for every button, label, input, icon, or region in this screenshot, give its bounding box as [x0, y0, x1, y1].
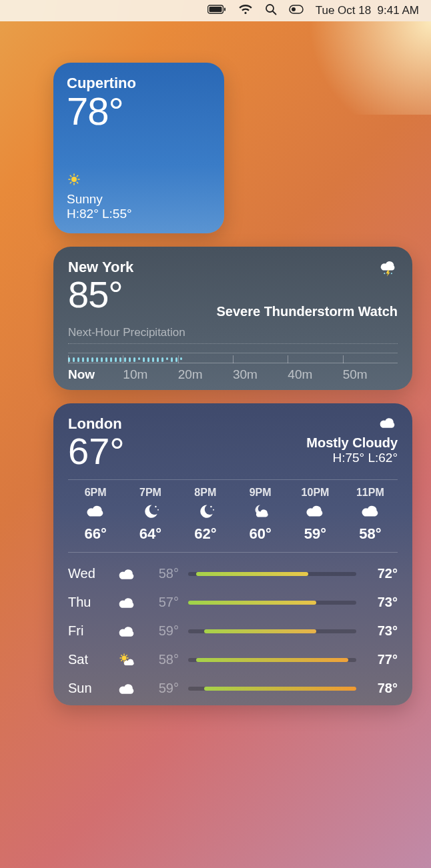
sun-icon [67, 172, 81, 189]
battery-icon [207, 4, 226, 17]
daily-row: Thu57°73° [68, 588, 398, 617]
cloud-icon [378, 415, 398, 433]
divider [68, 552, 398, 553]
hour-temp: 58° [359, 525, 381, 543]
thunderstorm-icon [378, 259, 398, 280]
day-high: 78° [366, 681, 398, 696]
daily-forecast: Wed58°72°Thu57°73°Fri59°73°Sat58°77°Sun5… [68, 559, 398, 703]
hourly-item: 8PM62° [178, 487, 233, 543]
hourly-item: 7PM64° [123, 487, 177, 543]
day-name: Sun [68, 681, 111, 696]
night-clear-icon [195, 503, 216, 521]
spotlight-icon[interactable] [265, 3, 277, 19]
menu-bar-clock[interactable]: Tue Oct 18 9:41 AM [316, 4, 419, 17]
day-high: 77° [366, 652, 398, 667]
cloud-icon [111, 595, 143, 610]
hour-label: 6PM [85, 487, 107, 499]
precipitation-label: Next-Hour Precipitation [68, 326, 398, 339]
hour-label: 11PM [356, 487, 384, 499]
current-temperature: 78° [67, 92, 211, 131]
temp-range-bar [188, 601, 356, 605]
condition-text: Mostly Cloudy [306, 435, 398, 451]
timescale-tick: 20m [178, 367, 233, 382]
control-center-icon[interactable] [289, 4, 304, 17]
hourly-forecast: 6PM66°7PM64°8PM62°9PM60°10PM59°11PM58° [68, 487, 398, 543]
day-name: Thu [68, 595, 111, 610]
wifi-icon[interactable] [238, 4, 253, 18]
hour-temp: 66° [85, 525, 107, 543]
temp-range-bar [188, 687, 356, 691]
day-low: 57° [143, 595, 179, 610]
hour-temp: 62° [194, 525, 216, 543]
svg-point-28 [292, 7, 296, 11]
day-low: 59° [143, 623, 179, 639]
temp-range-bar [188, 572, 356, 576]
hour-temp: 60° [250, 525, 272, 543]
daily-row: Sat58°77° [68, 645, 398, 674]
day-low: 58° [143, 566, 179, 581]
temp-range-bar [188, 629, 356, 633]
svg-rect-23 [209, 7, 222, 12]
current-temperature: 85° [68, 276, 133, 313]
weather-widget-cupertino[interactable]: Cupertino 78° Sunny H:82° L:55° [53, 63, 224, 233]
night-cloud-icon [250, 503, 270, 521]
precipitation-chart [68, 343, 398, 363]
hour-label: 9PM [250, 487, 272, 499]
divider [68, 479, 398, 480]
day-high: 72° [366, 566, 398, 581]
hour-label: 7PM [139, 487, 161, 499]
timescale-tick: 10m [123, 367, 177, 382]
day-high: 73° [366, 595, 398, 610]
condition-text: Sunny [67, 192, 211, 207]
status-icons [207, 3, 304, 19]
day-low: 58° [143, 652, 179, 667]
hour-label: 10PM [302, 487, 330, 499]
cloud-icon [111, 681, 143, 696]
hour-label: 8PM [194, 487, 216, 499]
hourly-item: 11PM58° [343, 487, 398, 543]
day-name: Sat [68, 652, 111, 667]
hourly-item: 10PM59° [288, 487, 342, 543]
day-name: Fri [68, 623, 111, 639]
menu-bar: Tue Oct 18 9:41 AM [0, 0, 431, 21]
night-clear-icon [140, 503, 160, 521]
daily-row: Wed58°72° [68, 559, 398, 588]
cloud-icon [85, 503, 105, 521]
svg-rect-24 [224, 8, 226, 11]
cloud-icon [111, 624, 143, 639]
hour-temp: 59° [304, 525, 326, 543]
day-name: Wed [68, 566, 111, 581]
timescale-tick: 50m [343, 367, 398, 382]
temp-range-bar [188, 658, 356, 662]
daily-row: Sun59°78° [68, 674, 398, 703]
cloud-icon [305, 503, 325, 521]
day-low: 59° [143, 681, 179, 696]
current-temperature: 67° [68, 433, 125, 470]
cloud-icon [111, 567, 143, 581]
timescale-tick: Now [68, 367, 123, 382]
partly-icon [111, 653, 143, 667]
hourly-item: 6PM66° [68, 487, 123, 543]
weather-widget-london[interactable]: London 67° Mostly Cloudy H:75° L:62° 6PM… [53, 403, 412, 705]
high-low-text: H:75° L:62° [306, 451, 398, 465]
weather-alert-text: Severe Thunderstorm Watch [216, 304, 398, 319]
high-low-text: H:82° L:55° [67, 207, 211, 221]
timescale-tick: 30m [233, 367, 288, 382]
timescale-tick: 40m [288, 367, 342, 382]
widget-column: Cupertino 78° Sunny H:82° L:55° New York… [53, 63, 412, 719]
daily-row: Fri59°73° [68, 617, 398, 645]
hourly-item: 9PM60° [233, 487, 288, 543]
cloud-icon [360, 503, 380, 521]
hour-temp: 64° [139, 525, 161, 543]
weather-widget-newyork[interactable]: New York 85° Severe Thunderstorm Watch N… [53, 247, 412, 390]
svg-line-26 [273, 11, 276, 15]
svg-point-25 [266, 5, 274, 12]
day-high: 73° [366, 623, 398, 639]
precipitation-timescale: Now10m20m30m40m50m [68, 367, 398, 382]
